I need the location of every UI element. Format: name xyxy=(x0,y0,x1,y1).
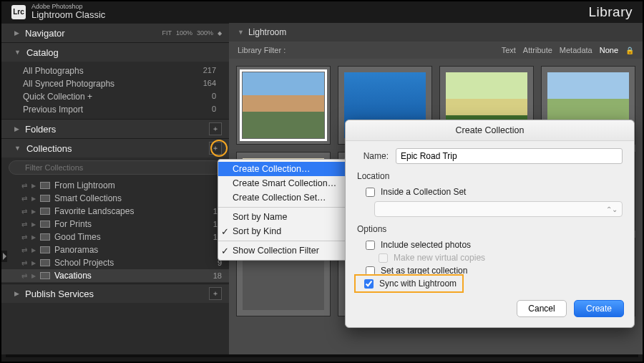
menu-item-label: Sort by Kind xyxy=(233,226,281,236)
create-button[interactable]: Create xyxy=(574,300,624,317)
virtual-copies-checkbox xyxy=(379,253,388,263)
inside-collection-set-label: Inside a Collection Set xyxy=(381,187,466,197)
disclosure-icon: ▼ xyxy=(14,145,21,152)
filter-collections-input[interactable] xyxy=(9,160,222,175)
filter-opt-none[interactable]: None xyxy=(600,46,618,54)
filter-opt-metadata[interactable]: Metadata xyxy=(560,46,592,54)
collection-row[interactable]: ⇄▶Smart Collections xyxy=(1,192,229,205)
collection-icon xyxy=(40,259,50,266)
sync-toggle-icon[interactable]: ⇄ xyxy=(21,208,27,216)
catalog-item[interactable]: Quick Collection +0 xyxy=(1,90,229,103)
filter-opt-attribute[interactable]: Attribute xyxy=(523,46,552,54)
menu-item[interactable]: ✓Show Collection Filter xyxy=(218,243,353,258)
menu-item-label: Create Collection Set… xyxy=(233,193,326,203)
collection-row[interactable]: ⇄▶Vacations18 xyxy=(1,269,229,282)
disclosure-icon: ▼ xyxy=(14,49,21,56)
collections-list: ⇄▶From Lightroom⇄▶Smart Collections⇄▶Fav… xyxy=(1,178,229,284)
disclosure-icon: ▶ xyxy=(31,260,36,266)
sync-toggle-icon[interactable]: ⇄ xyxy=(21,221,27,228)
lock-icon[interactable]: 🔒 xyxy=(625,47,634,54)
collection-icon xyxy=(40,221,50,228)
add-publish-button[interactable]: ＋ xyxy=(209,287,222,300)
menu-item[interactable]: Create Collection Set… xyxy=(218,190,353,205)
catalog-item-label: All Synced Photographs xyxy=(23,79,114,89)
panel-title: Catalog xyxy=(26,47,59,58)
catalog-item[interactable]: All Synced Photographs164 xyxy=(1,77,229,90)
set-target-label: Set as target collection xyxy=(381,266,467,276)
disclosure-icon: ▶ xyxy=(31,247,36,253)
zoom-menu-icon[interactable]: ◆ xyxy=(218,30,222,37)
panel-folders-header[interactable]: ▶Folders ＋ xyxy=(1,120,229,138)
inside-collection-set-checkbox[interactable] xyxy=(366,188,375,197)
menu-item[interactable]: Sort by Name xyxy=(218,210,353,224)
zoom-300[interactable]: 300% xyxy=(197,29,213,37)
collection-label: Smart Collections xyxy=(54,193,122,203)
collection-name-input[interactable] xyxy=(396,148,623,164)
catalog-item[interactable]: All Photographs217 xyxy=(1,64,229,77)
cancel-button[interactable]: Cancel xyxy=(517,300,567,317)
virtual-copies-label: Make new virtual copies xyxy=(394,253,485,263)
menu-item-label: Sort by Name xyxy=(233,212,287,222)
sync-toggle-icon[interactable]: ⇄ xyxy=(21,195,27,203)
sync-toggle-icon[interactable]: ⇄ xyxy=(21,233,27,241)
add-collection-button[interactable]: ＋ xyxy=(209,142,222,155)
source-tab[interactable]: Lightroom xyxy=(248,27,286,37)
menu-item[interactable]: ✓Sort by Kind xyxy=(218,224,353,238)
zoom-fit[interactable]: FIT xyxy=(162,29,172,37)
catalog-item-label: Previous Import xyxy=(23,105,83,115)
collection-label: Panoramas xyxy=(54,245,98,255)
sync-toggle-icon[interactable]: ⇄ xyxy=(21,259,27,267)
thumbnail[interactable] xyxy=(236,66,331,145)
panel-title: Navigator xyxy=(25,28,65,39)
collection-row[interactable]: ⇄▶From Lightroom xyxy=(1,179,229,192)
collection-count: 18 xyxy=(213,271,222,280)
chevron-down-icon[interactable]: ▼ xyxy=(238,29,244,36)
collection-row[interactable]: ⇄▶Good Times19 xyxy=(1,231,229,243)
disclosure-icon: ▶ xyxy=(14,29,19,37)
left-panel: ▶Navigator FIT 100% 300% ◆ ▼Catalog All … xyxy=(1,23,229,354)
menu-item-label: Show Collection Filter xyxy=(233,246,319,256)
collection-row[interactable]: ⇄▶Panoramas4 xyxy=(1,243,229,256)
catalog-item[interactable]: Previous Import0 xyxy=(1,103,229,116)
collection-set-select[interactable]: ⌃⌄ xyxy=(374,201,623,217)
menu-item[interactable]: Create Collection… xyxy=(218,162,353,176)
collection-row[interactable]: ⇄▶Favorite Landscapes18 xyxy=(1,205,229,218)
panel-publish-header[interactable]: ▶Publish Services ＋ xyxy=(1,284,229,303)
catalog-item-label: All Photographs xyxy=(23,66,84,76)
dialog-title: Create Collection xyxy=(346,120,634,141)
menu-item-label: Create Collection… xyxy=(233,164,310,174)
collection-icon xyxy=(40,272,50,279)
filter-opt-text[interactable]: Text xyxy=(502,46,516,54)
collection-label: Favorite Landscapes xyxy=(54,206,134,216)
sync-toggle-icon[interactable]: ⇄ xyxy=(21,182,27,190)
location-section-label: Location xyxy=(357,171,623,181)
filmstrip-collapsed[interactable] xyxy=(6,354,638,357)
source-tabstrip: ▼ Lightroom xyxy=(229,23,643,42)
panel-navigator-header[interactable]: ▶Navigator FIT 100% 300% ◆ xyxy=(1,24,229,42)
add-folder-button[interactable]: ＋ xyxy=(209,122,222,135)
menu-item-label: Create Smart Collection… xyxy=(233,178,336,188)
set-target-checkbox[interactable] xyxy=(366,266,375,276)
collection-icon xyxy=(40,195,50,202)
catalog-item-count: 164 xyxy=(203,79,216,89)
checkmark-icon: ✓ xyxy=(221,246,229,256)
collection-icon xyxy=(40,246,50,253)
disclosure-icon: ▶ xyxy=(31,234,36,241)
menu-item[interactable]: Create Smart Collection… xyxy=(218,176,353,190)
zoom-100[interactable]: 100% xyxy=(176,29,192,37)
module-picker-library[interactable]: Library xyxy=(588,4,633,20)
panel-splitter-handle[interactable] xyxy=(1,251,7,262)
collection-row[interactable]: ⇄▶For Prints19 xyxy=(1,218,229,231)
disclosure-icon: ▶ xyxy=(31,208,36,215)
collection-row[interactable]: ⇄▶School Projects9 xyxy=(1,256,229,269)
collections-add-menu[interactable]: Create Collection…Create Smart Collectio… xyxy=(218,159,353,261)
collection-icon xyxy=(40,233,50,241)
panel-collections-header[interactable]: ▼Collections ＋ xyxy=(1,139,229,158)
panel-catalog-header[interactable]: ▼Catalog xyxy=(1,43,229,62)
sync-toggle-icon[interactable]: ⇄ xyxy=(21,272,27,280)
disclosure-icon: ▶ xyxy=(14,125,19,132)
sync-toggle-icon[interactable]: ⇄ xyxy=(21,246,27,254)
collection-label: From Lightroom xyxy=(54,180,115,190)
sync-with-lightroom-checkbox[interactable] xyxy=(364,279,374,289)
include-selected-checkbox[interactable] xyxy=(366,241,375,250)
